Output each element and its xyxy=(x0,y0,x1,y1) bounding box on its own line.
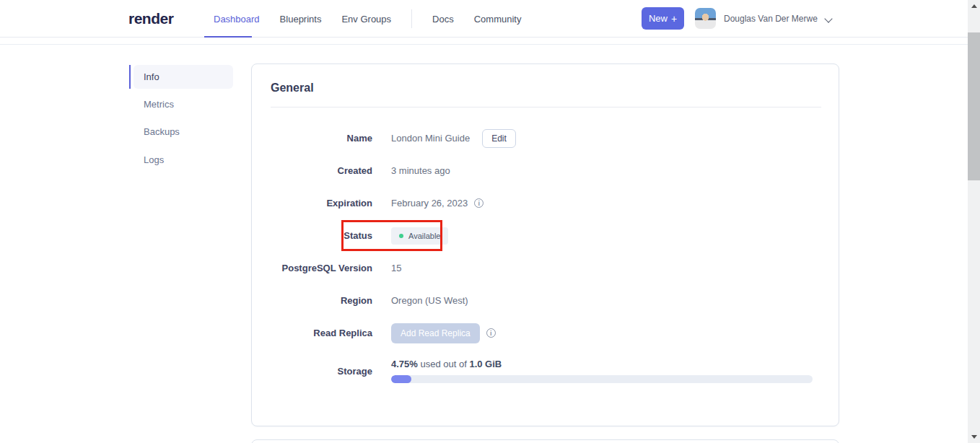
nav-links: Dashboard Blueprints Env Groups Docs Com… xyxy=(214,0,541,38)
nav-link-blueprints[interactable]: Blueprints xyxy=(280,14,322,25)
status-dot-icon xyxy=(399,234,403,238)
status-badge: Available xyxy=(391,227,448,245)
storage-label: Storage xyxy=(252,366,372,377)
sidebar-item-logs[interactable]: Logs xyxy=(144,154,223,165)
read-replica-label: Read Replica xyxy=(252,328,372,338)
name-value: London Mini Guide xyxy=(391,133,470,144)
render-logo[interactable]: render xyxy=(128,0,173,38)
expiration-value: February 26, 2023 xyxy=(391,198,468,209)
edit-button[interactable]: Edit xyxy=(482,129,516,148)
sidebar-item-backups[interactable]: Backups xyxy=(144,126,223,137)
general-card: General Name London Mini Guide Edit Crea… xyxy=(251,63,839,426)
row-status: Status Available xyxy=(252,219,839,252)
active-tab-underline xyxy=(204,36,252,38)
vertical-scrollbar[interactable] xyxy=(968,0,980,443)
page: render Dashboard Blueprints Env Groups D… xyxy=(0,0,980,443)
sidebar-item-info[interactable]: Info xyxy=(134,65,233,89)
plus-icon: + xyxy=(671,13,677,25)
nav-link-community[interactable]: Community xyxy=(474,14,522,25)
storage-progress-fill xyxy=(391,375,411,383)
scroll-down-arrow-icon[interactable] xyxy=(968,431,980,443)
field-rows: Name London Mini Guide Edit Created 3 mi… xyxy=(252,122,839,392)
scrollbar-thumb[interactable] xyxy=(968,32,980,180)
nav-link-dashboard[interactable]: Dashboard xyxy=(214,14,260,25)
info-icon[interactable]: i xyxy=(486,328,496,338)
nav-divider xyxy=(411,9,412,28)
read-replica-value-wrap: Add Read Replica i xyxy=(391,323,496,343)
version-label: PostgreSQL Version xyxy=(252,263,372,273)
row-storage: Storage 4.75% used out of 1.0 GiB xyxy=(252,349,839,392)
row-region: Region Oregon (US West) xyxy=(252,284,839,317)
name-label: Name xyxy=(252,133,372,144)
expiration-label: Expiration xyxy=(252,198,372,209)
version-value: 15 xyxy=(391,263,401,273)
new-button-label: New xyxy=(649,13,668,24)
storage-usage-text: 4.75% used out of 1.0 GiB xyxy=(391,359,813,369)
region-value: Oregon (US West) xyxy=(391,295,468,306)
status-badge-label: Available xyxy=(408,232,440,240)
status-value-wrap: Available xyxy=(391,227,448,245)
created-value: 3 minutes ago xyxy=(391,165,450,176)
region-label: Region xyxy=(252,295,372,306)
storage-progress-track xyxy=(391,375,813,383)
storage-detail: 4.75% used out of 1.0 GiB xyxy=(391,359,813,383)
user-name[interactable]: Douglas Van Der Merwe xyxy=(724,0,818,38)
user-avatar[interactable] xyxy=(695,8,716,29)
card-divider xyxy=(271,107,821,108)
row-postgresql-version: PostgreSQL Version 15 xyxy=(252,252,839,284)
name-value-wrap: London Mini Guide Edit xyxy=(391,129,516,148)
sidebar-item-metrics[interactable]: Metrics xyxy=(144,99,223,110)
row-name: Name London Mini Guide Edit xyxy=(252,122,839,154)
row-read-replica: Read Replica Add Read Replica i xyxy=(252,317,839,349)
storage-total: 1.0 GiB xyxy=(469,359,502,369)
subheader-band xyxy=(0,38,968,45)
new-button[interactable]: New + xyxy=(642,7,684,30)
next-card-top-edge xyxy=(251,439,839,443)
scroll-up-arrow-icon[interactable] xyxy=(968,0,980,12)
row-expiration: Expiration February 26, 2023 i xyxy=(252,187,839,219)
expiration-value-wrap: February 26, 2023 i xyxy=(391,198,484,209)
status-label: Status xyxy=(252,230,372,241)
nav-link-docs[interactable]: Docs xyxy=(432,14,454,25)
add-read-replica-button[interactable]: Add Read Replica xyxy=(391,323,480,343)
sidebar-active-accent xyxy=(129,65,131,89)
row-created: Created 3 minutes ago xyxy=(252,154,839,187)
created-label: Created xyxy=(252,165,372,176)
storage-used-percent: 4.75% xyxy=(391,359,418,369)
card-title: General xyxy=(271,82,314,95)
top-navbar: render Dashboard Blueprints Env Groups D… xyxy=(0,0,968,38)
nav-link-env-groups[interactable]: Env Groups xyxy=(341,14,391,25)
info-icon[interactable]: i xyxy=(474,198,484,208)
chevron-down-icon[interactable] xyxy=(826,16,832,22)
storage-middle-text: used out of xyxy=(418,359,470,369)
